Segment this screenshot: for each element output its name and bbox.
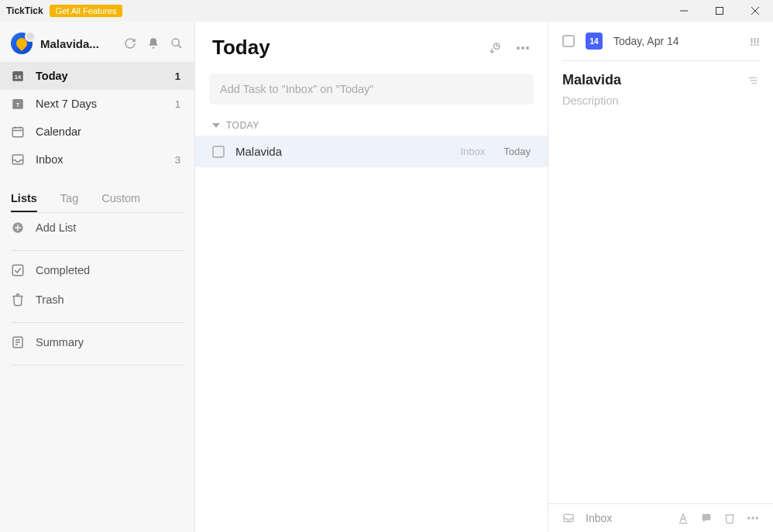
text-format-icon[interactable] xyxy=(677,512,689,524)
svg-rect-18 xyxy=(12,265,23,276)
sidebar-item-count: 1 xyxy=(175,70,180,82)
maximize-button[interactable] xyxy=(702,0,737,22)
sidebar-item-label: Today xyxy=(36,70,164,82)
divider xyxy=(11,322,184,323)
svg-point-28 xyxy=(526,46,529,50)
plus-circle-icon xyxy=(11,221,25,235)
page-title: Today xyxy=(212,36,487,60)
tab-tag[interactable]: Tag xyxy=(60,192,78,212)
completed-label: Completed xyxy=(36,264,90,276)
task-detail-panel: 14 Today, Apr 14 !!! Malavida Descriptio… xyxy=(548,22,773,532)
chevron-down-icon xyxy=(212,122,220,129)
svg-point-37 xyxy=(751,517,754,520)
detail-description[interactable]: Description xyxy=(548,91,773,503)
sidebar-item-trash[interactable]: Trash xyxy=(0,285,194,314)
trash-label: Trash xyxy=(36,293,64,306)
detail-header: 14 Today, Apr 14 !!! xyxy=(548,22,773,60)
calendar-week-icon: T xyxy=(11,97,25,111)
more-icon[interactable] xyxy=(515,40,531,56)
more-icon[interactable] xyxy=(747,516,759,520)
trash-icon xyxy=(11,293,25,307)
sidebar-item-label: Next 7 Days xyxy=(36,98,164,110)
task-group-header[interactable]: TODAY xyxy=(195,115,548,136)
check-square-icon xyxy=(11,263,25,277)
add-list-label: Add List xyxy=(36,221,76,234)
sidebar-item-count: 3 xyxy=(175,154,180,166)
task-row[interactable]: Malavida Inbox Today xyxy=(195,136,548,167)
profile-row: Malavida... xyxy=(0,22,194,62)
svg-point-27 xyxy=(521,46,524,50)
detail-title-row: Malavida xyxy=(548,61,773,91)
svg-point-4 xyxy=(172,39,179,46)
inbox-icon xyxy=(11,153,25,166)
get-features-badge[interactable]: Get All Features xyxy=(50,5,123,17)
task-group-label: TODAY xyxy=(226,120,259,131)
add-task-input[interactable]: Add Task to "Inbox" on "Today" xyxy=(209,74,534,105)
detail-date[interactable]: Today, Apr 14 xyxy=(613,35,739,47)
profile-actions xyxy=(123,36,184,50)
calendar-icon xyxy=(11,125,25,139)
svg-marker-29 xyxy=(212,123,220,128)
sidebar-item-summary[interactable]: Summary xyxy=(0,328,194,357)
task-list-actions xyxy=(487,40,531,56)
close-button[interactable] xyxy=(737,0,773,22)
divider xyxy=(11,250,184,251)
sidebar-item-label: Inbox xyxy=(36,153,164,166)
sync-icon[interactable] xyxy=(123,36,137,50)
username[interactable]: Malavida... xyxy=(40,37,115,50)
calendar-today-icon: 14 xyxy=(11,69,25,83)
divider xyxy=(11,365,184,366)
avatar[interactable] xyxy=(11,33,33,54)
tab-lists[interactable]: Lists xyxy=(11,192,37,212)
sidebar-item-completed[interactable]: Completed xyxy=(0,256,194,285)
list-tabs: Lists Tag Custom xyxy=(0,180,194,212)
sidebar-item-calendar[interactable]: Calendar xyxy=(0,118,194,146)
delete-icon[interactable] xyxy=(723,512,736,524)
svg-text:T: T xyxy=(16,101,20,108)
task-checkbox[interactable] xyxy=(212,146,225,158)
comment-icon[interactable] xyxy=(700,512,713,524)
svg-line-5 xyxy=(178,45,181,48)
detail-checkbox[interactable] xyxy=(562,35,575,47)
sidebar-item-label: Calendar xyxy=(36,125,170,138)
detail-title[interactable]: Malavida xyxy=(562,72,621,88)
titlebar-left: TickTick Get All Features xyxy=(6,5,122,17)
bell-icon[interactable] xyxy=(146,36,160,50)
svg-text:14: 14 xyxy=(15,74,22,81)
svg-point-26 xyxy=(517,46,520,50)
task-title: Malavida xyxy=(235,145,449,158)
svg-point-38 xyxy=(756,517,759,520)
sort-icon[interactable] xyxy=(487,40,503,56)
task-list-header: Today xyxy=(195,22,548,69)
search-icon[interactable] xyxy=(170,36,184,50)
sidebar-item-inbox[interactable]: Inbox 3 xyxy=(0,146,194,173)
detail-list-label[interactable]: Inbox xyxy=(586,512,666,524)
priority-icon[interactable]: !!! xyxy=(750,35,759,48)
sidebar-item-next7days[interactable]: T Next 7 Days 1 xyxy=(0,90,194,118)
calendar-date-icon[interactable]: 14 xyxy=(586,33,603,50)
task-date: Today xyxy=(503,146,531,157)
svg-point-36 xyxy=(747,517,751,520)
window-controls xyxy=(666,0,773,22)
app-name: TickTick xyxy=(6,5,43,16)
sidebar-item-today[interactable]: 14 Today 1 xyxy=(0,62,194,90)
move-list-icon[interactable] xyxy=(562,512,575,524)
tab-custom[interactable]: Custom xyxy=(101,192,140,212)
titlebar: TickTick Get All Features xyxy=(0,0,773,22)
sidebar-item-count: 1 xyxy=(175,98,180,110)
outline-icon[interactable] xyxy=(747,75,759,86)
task-list-chip: Inbox xyxy=(460,146,485,157)
minimize-button[interactable] xyxy=(666,0,702,22)
detail-footer: Inbox xyxy=(548,503,773,532)
sidebar: Malavida... 14 Today 1 T xyxy=(0,22,195,532)
svg-rect-10 xyxy=(12,128,23,137)
summary-icon xyxy=(11,335,25,349)
task-list-panel: Today Add Task to "Inbox" on "Today" TOD… xyxy=(195,22,548,532)
add-list-button[interactable]: Add List xyxy=(0,213,194,242)
svg-rect-1 xyxy=(716,8,723,15)
summary-label: Summary xyxy=(36,336,84,348)
